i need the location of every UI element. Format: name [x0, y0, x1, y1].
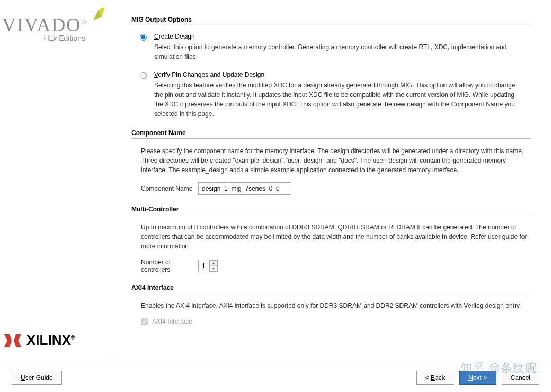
sidebar: VIVADO® HLx Editions XILINX® [0, 0, 111, 355]
axi-checkbox [141, 318, 148, 325]
create-design-label: Create Design [154, 33, 525, 40]
component-section-title: Component Name [131, 129, 531, 137]
axi-desc: Enables the AXI4 interface. AXI4 interfa… [141, 301, 531, 310]
mig-section-title: MIG Output Options [131, 16, 531, 23]
create-design-radio[interactable] [140, 34, 147, 41]
user-guide-button[interactable]: User Guide [12, 371, 62, 385]
axi-section-title: AXI4 Interface [131, 284, 531, 291]
back-button[interactable]: < Back [416, 371, 454, 385]
verify-design-desc: Selecting this feature verifies the modi… [154, 81, 525, 119]
verify-design-radio[interactable] [140, 72, 147, 79]
num-controllers-input[interactable] [198, 260, 210, 272]
multi-section-title: Multi-Controller [131, 206, 531, 213]
create-design-desc: Select this option to generate a memory … [154, 42, 525, 61]
next-button[interactable]: Next > [459, 371, 496, 385]
spinner-up-button[interactable]: ▲ [210, 261, 217, 266]
component-desc: Please specify the component name for th… [141, 146, 531, 175]
footer: User Guide < Back Next > Cancel [0, 363, 551, 392]
verify-design-label: Verify Pin Changes and Update Design [154, 71, 525, 78]
cancel-button[interactable]: Cancel [502, 371, 539, 385]
xilinx-logo: XILINX® [3, 332, 75, 349]
vivado-logo: VIVADO® HLx Editions [2, 14, 109, 42]
axi-checkbox-label: AXI4 Interface [152, 318, 192, 325]
leaf-icon [86, 5, 107, 26]
num-controllers-label: Number of controllers [141, 259, 198, 273]
xilinx-icon [3, 333, 22, 348]
component-name-input[interactable] [198, 182, 291, 195]
component-name-label: Component Name [141, 185, 198, 192]
spinner-down-button[interactable]: ▼ [210, 266, 217, 271]
main-panel: MIG Output Options Create Design Select … [111, 0, 551, 355]
multi-desc: Up to maximum of 8 controllers with a co… [141, 222, 531, 251]
